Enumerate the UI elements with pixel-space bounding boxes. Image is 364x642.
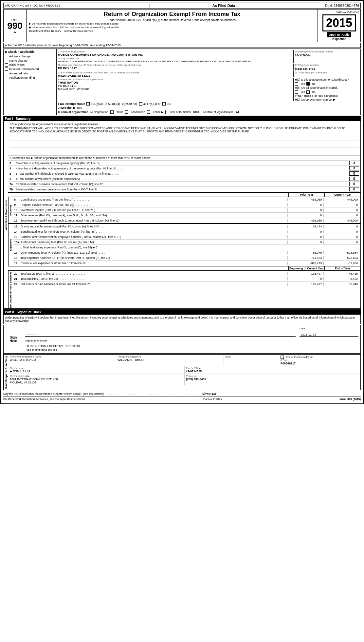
form-990-large: 990 — [7, 21, 23, 30]
app-pending-checkbox[interactable] — [5, 76, 8, 79]
line-10-desc: Investment income (Part VIII, column (A)… — [21, 208, 287, 212]
phone-cell: E Telephone number (414) 344-1733 — [294, 64, 359, 70]
top-banner-right: DLN: 93493308014676 — [300, 4, 359, 8]
print-label-text: Type or print name and title — [25, 348, 358, 351]
officer-addr1: PO BOX 1117 — [58, 84, 292, 88]
hb-no-checkbox[interactable] — [306, 90, 310, 94]
part-i-header: Part I Summary — [4, 116, 360, 121]
line-5-num: 5 — [9, 172, 16, 175]
amended-return-checkbox[interactable] — [5, 72, 8, 75]
address-row: Number and street (or P O box if mail is… — [58, 64, 359, 70]
preparer-row-3: Firm's address ▶ 1861 INTERNATIONAL DR S… — [9, 374, 360, 385]
part-i-title: Part I — [5, 117, 13, 121]
prep-sig-cell: Preparer's signature WILLIAM E TURCO — [116, 355, 224, 366]
association-checkbox[interactable] — [125, 110, 128, 114]
revenue-col-headers: Prior Year Current Year — [8, 192, 360, 197]
corporation-label: ☑ Corporation — [90, 110, 108, 114]
open-to-public-label: Open to Public — [327, 32, 351, 37]
phone-value: (414) 344-1733 — [295, 67, 359, 70]
sign-label: Sign — [10, 336, 17, 339]
line-12-row: 12 Total revenue—add lines 8 through 11 … — [13, 218, 360, 223]
top-banner: efile GRAPHIC print - DO NOT PROCESS As … — [3, 3, 361, 9]
k-label: K Form of organization — [58, 110, 88, 114]
firm-phone-value: (703) 336-6400 — [186, 378, 359, 381]
name-change-checkbox[interactable] — [5, 59, 8, 62]
line-8-current: 445,000 — [323, 198, 359, 201]
line-9-current: 0 — [323, 203, 359, 206]
final-return-checkbox[interactable] — [5, 68, 8, 71]
line-7a-num: 7a — [9, 183, 16, 186]
part-i-body: Activities & Governance 1 Briefly descri… — [4, 121, 360, 308]
firm-ein-cell: Firm's EIN ▶ 42-0714325 — [185, 366, 360, 374]
part-i-summary-label: Summary — [16, 117, 31, 121]
prep-date-cell: Date — [224, 355, 279, 366]
part-i-section: Part I Summary Activities & Governance 1… — [3, 116, 361, 309]
ha-yes-no: Yes No — [295, 82, 359, 86]
line-16b-row: b Total fundraising expenses (Part IX, c… — [13, 245, 360, 250]
initial-return-checkbox[interactable] — [5, 63, 8, 67]
line-21-row: 21 Total liabilities (Part X, line 26) .… — [13, 276, 360, 282]
cat-no: Cat No 11282Y — [203, 398, 222, 401]
print-name-row: THAD NATION EXECUTIVE DIRECTOR — [25, 343, 358, 348]
line-16b-val: 0 — [96, 246, 97, 249]
line-2-row: 2 Check this box ▶ □ if the organization… — [8, 156, 360, 161]
addr-label: Number and street (or P O box if mail is… — [58, 64, 292, 67]
line-15-desc: Salaries, other compensation, employee b… — [21, 235, 287, 239]
line-6-num: 6 — [9, 177, 16, 181]
expenses-block: Expenses 13 Grants and similar amounts p… — [8, 223, 360, 266]
hb-yes-label: Yes — [300, 90, 305, 94]
line-11-prior: 0 — [287, 214, 323, 217]
end-year-header: End of Year — [324, 266, 360, 270]
hb-yes-checkbox[interactable] — [295, 90, 298, 94]
part-ii-title: Part II — [5, 310, 14, 314]
j-label: J Website: ▶ — [58, 106, 76, 109]
prep-sig-value: WILLIAM E TURCO — [118, 358, 222, 361]
form-note1: ▶ Do not enter social security numbers o… — [29, 22, 315, 25]
amended-return-label: Amended return — [9, 72, 30, 75]
name-change-label: Name change — [9, 59, 27, 62]
c3-checkbox[interactable] — [86, 102, 90, 106]
self-employed-checkbox[interactable] — [281, 356, 284, 359]
app-pending-label: Application pending — [9, 76, 35, 79]
line-13-prior: 36,444 — [287, 225, 323, 228]
top-banner-left: efile GRAPHIC print - DO NOT PROCESS — [5, 4, 150, 7]
sig-date-value: 2016-11-03 — [300, 330, 358, 337]
line-20-end: 45,415 — [323, 272, 359, 275]
website-url: N/A — [77, 106, 82, 109]
trust-label: Trust — [117, 110, 123, 114]
line-10-current: 0 — [323, 208, 359, 212]
preparer-row-1: Print/Type preparer's name WILLIAM E TUR… — [9, 355, 360, 366]
firm-phone-label: Phone no — [186, 375, 359, 378]
other-checkbox[interactable] — [147, 110, 150, 114]
s527-checkbox[interactable] — [162, 102, 166, 106]
line-11-current: 0 — [323, 214, 359, 217]
print-name-value: THAD NATION EXECUTIVE DIRECTOR — [25, 344, 80, 348]
declaration-text: Under penalties of perjury, I declare th… — [4, 315, 360, 324]
c4947-checkbox[interactable] — [139, 102, 142, 106]
line-20-begin: 118,497 — [287, 272, 323, 275]
line-22-row: 22 Net assets or fund balances Subtract … — [13, 282, 360, 287]
city-label: City or town, state or province, country… — [58, 71, 292, 74]
address-change-checkbox[interactable] — [5, 55, 8, 58]
line-20-row: 20 Total assets (Part X, line 16) . . . … — [13, 271, 360, 276]
ha-no-checkbox[interactable] — [306, 82, 310, 86]
form-header: Form 990 ♣ Return of Organization Exempt… — [3, 9, 361, 42]
ein-value: 26-3476004 — [295, 54, 359, 57]
gross-receipts-cell: G Gross receipts $ 445,000 — [294, 71, 359, 77]
phone-label: E Telephone number — [295, 64, 359, 67]
ha-yes-checkbox[interactable] — [295, 82, 298, 86]
line-15-prior: 0 — [287, 235, 323, 239]
disc-text: May the IRS discuss this return with the… — [3, 392, 104, 396]
address-change-label: Address change — [9, 55, 30, 58]
tax-year: 2015 — [322, 14, 356, 31]
line-12-desc: Total revenue—add lines 8 through 11 (mu… — [21, 219, 287, 222]
officer-row: F Name and address of principal officer … — [58, 78, 359, 101]
line-8-num: 8 — [14, 198, 21, 201]
line-19-desc: Revenue less expenses Subtract line 18 f… — [21, 262, 287, 265]
activities-side-label: Activities & Governance — [4, 121, 8, 308]
line-5-desc: 5 Total number of individuals employed i… — [16, 172, 349, 175]
line-10-row: 10 Investment income (Part VIII, column … — [13, 207, 360, 213]
app-pending-row: Application pending — [5, 76, 55, 79]
trust-checkbox[interactable] — [110, 110, 114, 114]
line-6-val: 0 — [349, 177, 359, 181]
